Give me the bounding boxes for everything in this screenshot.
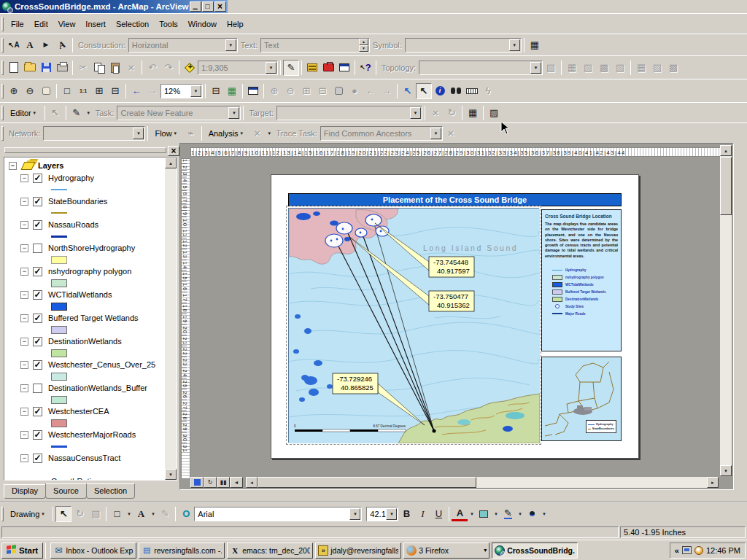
collapse-toggle[interactable]: − [20, 244, 28, 252]
taskbar-task[interactable]: 3 Firefox ▾ [403, 542, 489, 559]
undo-button[interactable] [144, 60, 160, 76]
layer-symbol-swatch[interactable] [51, 419, 67, 427]
identify-button[interactable]: i [432, 83, 448, 99]
whats-this-button[interactable] [357, 60, 374, 76]
arctoolbox-button[interactable] [320, 60, 336, 76]
menu-item[interactable]: File [6, 18, 29, 31]
font-size-dropdown[interactable]: 42.15 ▼ [366, 507, 398, 521]
text-tool-button[interactable] [133, 506, 149, 522]
layer-visibility-checkbox[interactable]: ✓ [33, 314, 42, 323]
toc-layer-item[interactable]: − DestinationWetlands_Buffer [6, 382, 164, 405]
layout-zoom-in-button[interactable] [6, 83, 22, 99]
sketch-tool-button[interactable] [69, 105, 85, 121]
scroll-up-icon[interactable]: ▲ [165, 158, 177, 168]
trace-task-dropdown[interactable]: Find Common Ancestors ▼ [320, 126, 443, 141]
toc-close-button[interactable] [168, 146, 179, 156]
layer-visibility-checkbox[interactable]: ✓ [33, 197, 42, 206]
layout-fixed-zoom-out-button[interactable] [107, 83, 123, 99]
sketch-properties-button[interactable] [486, 105, 502, 121]
dropdown-icon[interactable]: ▼ [225, 39, 236, 51]
dropdown-icon[interactable]: ▼ [190, 85, 201, 97]
collapse-toggle[interactable]: − [20, 314, 28, 322]
go-back-extent-button[interactable] [128, 83, 144, 99]
font-dropdown[interactable]: Arial ▼ [194, 507, 362, 521]
bold-button[interactable]: B [398, 506, 414, 522]
topology-shared-features-button[interactable] [580, 60, 596, 76]
layout-zoom-dropdown[interactable]: 12% ▼ [160, 84, 203, 98]
cut-button[interactable] [75, 60, 91, 76]
toc-layer-item[interactable]: − ✓ StateBoundaries [6, 195, 164, 219]
toc-layer-item[interactable]: − ✓ NassauRoads [6, 219, 164, 242]
layer-symbol-swatch[interactable] [51, 279, 67, 287]
italic-button[interactable]: I [414, 506, 430, 522]
marker-color-dropdown-icon[interactable]: ▼ [540, 506, 548, 522]
label-manager-button[interactable] [527, 37, 543, 53]
taskbar-task[interactable]: » jdaly@reversingfalls... [315, 542, 401, 559]
redo-button[interactable] [160, 60, 177, 76]
vertical-scrollbar[interactable]: ▲ ▼ [720, 145, 732, 476]
scrollbar-thumb[interactable] [258, 477, 476, 488]
symbol-dropdown[interactable]: ▼ [405, 38, 522, 52]
collapse-toggle[interactable]: − [20, 361, 28, 369]
topology-error-count-button[interactable] [665, 60, 681, 76]
layer-visibility-checkbox[interactable] [33, 384, 42, 393]
topology-dropdown[interactable]: ▼ [419, 61, 543, 75]
rotate-element-button[interactable] [71, 506, 88, 522]
fixed-zoom-out-button[interactable] [314, 83, 330, 99]
text-tool-dropdown-icon[interactable]: ▼ [149, 506, 157, 522]
full-extent-button[interactable] [347, 83, 363, 99]
toolbar-grip[interactable] [1, 106, 4, 120]
main-map-frame[interactable]: Long Island Sound [288, 208, 539, 443]
menu-item[interactable]: Tools [154, 18, 183, 31]
zoom-100-button[interactable] [75, 83, 91, 99]
construction-dropdown[interactable]: Horizontal ▼ [128, 38, 238, 52]
layout-page[interactable]: Placement of the Cross Sound Bridge [271, 174, 639, 459]
toolbar-grip[interactable] [1, 17, 4, 31]
layer-visibility-checkbox[interactable]: ✓ [33, 290, 42, 300]
layer-visibility-checkbox[interactable]: ✓ [33, 220, 42, 230]
toolbar-grip[interactable] [1, 126, 4, 141]
font-type-button[interactable] [178, 506, 194, 522]
layer-name[interactable]: NassauCensusTract [48, 454, 120, 462]
network-dropdown[interactable]: ▼ [43, 126, 145, 141]
toggle-draft-mode-button[interactable] [208, 83, 224, 99]
layer-name[interactable]: Buffered Target Wetlands [48, 314, 139, 322]
horizontal-scrollbar[interactable]: ◄ ► [246, 477, 719, 488]
task-group-arrow-icon[interactable]: ▾ [484, 547, 487, 553]
spinner-buttons[interactable]: ▲▼ [359, 39, 368, 52]
underline-button[interactable]: U [430, 506, 446, 522]
copy-button[interactable] [91, 60, 107, 76]
new-text-button[interactable] [22, 37, 38, 53]
edit-tool-button[interactable] [47, 105, 63, 121]
description-pan[interactable]: Cross Sound Bridge Location The map disp… [541, 209, 622, 351]
font-color-button[interactable]: A [452, 507, 468, 521]
toc-layer-item[interactable]: − ✓ DestinationWetlands [6, 335, 164, 359]
minimize-button[interactable] [190, 1, 201, 12]
toc-layer-item[interactable]: − ✓ NassauCensusTract [6, 452, 164, 475]
layer-name[interactable]: WestchesterMajorRoads [48, 430, 136, 439]
toc-layer-item[interactable]: − ✓ nshydrography polygon [6, 265, 164, 289]
new-map-button[interactable] [6, 60, 22, 76]
font-color-dropdown-icon[interactable]: ▼ [468, 506, 476, 522]
editor-toolbar-toggle-button[interactable] [283, 60, 299, 76]
add-data-button[interactable] [182, 60, 198, 76]
menu-item[interactable]: Selection [111, 18, 154, 31]
spin-down-icon[interactable]: ▼ [359, 45, 368, 52]
layer-symbol-swatch[interactable] [51, 446, 67, 448]
data-view-button[interactable] [190, 477, 204, 488]
layer-visibility-checkbox[interactable] [33, 244, 42, 253]
taskbar-task[interactable]: ▤ reversingfalls.com -... [139, 542, 225, 559]
rotate-tool-button[interactable] [444, 105, 460, 121]
layer-name[interactable]: Hydrography [48, 174, 94, 182]
toolbar-grip[interactable] [1, 38, 4, 52]
toc-scrollbar[interactable]: ▲ ▼ [165, 158, 177, 480]
layout-zoom-out-button[interactable] [22, 83, 38, 99]
zoom-out-button[interactable] [282, 83, 298, 99]
toc-layer-item[interactable]: − ✓ Hydrography [6, 172, 164, 195]
spin-up-icon[interactable]: ▲ [359, 39, 368, 45]
collapse-toggle[interactable]: − [20, 454, 28, 462]
layer-visibility-checkbox[interactable]: ✓ [33, 454, 42, 463]
layer-name[interactable]: NorthShoreHydrography [48, 244, 135, 252]
menu-item[interactable]: View [53, 18, 81, 31]
layer-name[interactable]: WCTidalWetlands [48, 290, 112, 299]
